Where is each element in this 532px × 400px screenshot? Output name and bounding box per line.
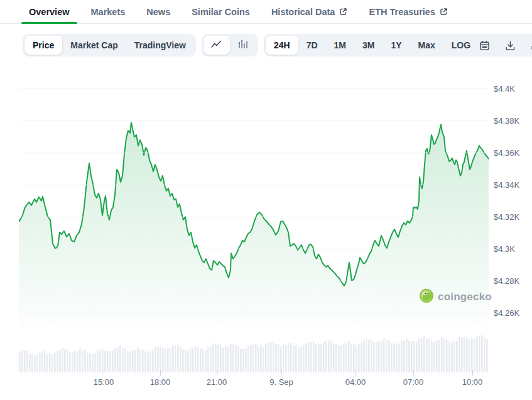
volume-bar bbox=[335, 344, 337, 372]
line-chart-type-button[interactable] bbox=[204, 36, 230, 55]
range-24h-button[interactable]: 24H bbox=[266, 36, 298, 55]
range-1m-button[interactable]: 1M bbox=[326, 36, 354, 55]
volume-bar bbox=[109, 351, 111, 372]
volume-bar bbox=[112, 350, 114, 372]
volume-bar bbox=[378, 342, 380, 372]
log-scale-button[interactable]: LOG bbox=[443, 36, 479, 55]
calendar-icon[interactable] bbox=[479, 40, 491, 51]
volume-bar bbox=[31, 354, 33, 372]
metric-tradingview-button[interactable]: TradingView bbox=[126, 36, 194, 55]
volume-bar bbox=[338, 346, 340, 372]
range-1y-button[interactable]: 1Y bbox=[383, 36, 410, 55]
volume-bar bbox=[190, 348, 192, 372]
tab-overview[interactable]: Overview bbox=[29, 0, 70, 23]
price-line-chart-canvas[interactable] bbox=[19, 75, 489, 327]
tab-label: Historical Data bbox=[271, 7, 335, 17]
volume-bar bbox=[227, 347, 229, 372]
external-link-icon bbox=[339, 8, 347, 16]
bar-chart-icon bbox=[237, 39, 249, 51]
volume-bar bbox=[155, 347, 156, 372]
volume-bar bbox=[157, 347, 159, 372]
volume-bar bbox=[182, 349, 184, 372]
volume-bar bbox=[285, 345, 287, 373]
volume-bar bbox=[308, 342, 310, 372]
volume-bar bbox=[371, 340, 372, 373]
range-max-button[interactable]: Max bbox=[410, 36, 443, 55]
volume-bar bbox=[474, 339, 475, 372]
chart-toolbar: Price Market Cap TradingView bbox=[23, 34, 531, 57]
volume-bar bbox=[340, 345, 342, 372]
y-axis-label: $4.28K bbox=[494, 276, 519, 286]
volume-bar bbox=[456, 341, 458, 372]
volume-bar bbox=[139, 349, 141, 372]
volume-bar bbox=[476, 335, 478, 372]
price-chart: coingecko $4.4K$4.38K$4.36K$4.34K$4.32K$… bbox=[0, 0, 532, 400]
x-axis-label: 15:00 bbox=[84, 377, 124, 387]
volume-bar bbox=[303, 346, 305, 372]
volume-bar bbox=[205, 350, 207, 373]
volume-bar bbox=[391, 343, 393, 372]
volume-bar bbox=[117, 348, 119, 372]
volume-bar bbox=[356, 345, 357, 373]
download-icon[interactable] bbox=[504, 40, 516, 51]
volume-bar bbox=[348, 341, 350, 372]
range-3m-button[interactable]: 3M bbox=[354, 36, 383, 55]
volume-bar bbox=[165, 349, 166, 372]
volume-bar bbox=[202, 349, 204, 372]
volume-bar bbox=[232, 344, 234, 372]
volume-bar bbox=[423, 336, 425, 372]
volume-bar bbox=[137, 347, 139, 372]
x-axis-tick bbox=[356, 370, 356, 376]
volume-bar bbox=[215, 343, 217, 372]
volume-bar bbox=[486, 339, 488, 372]
volume-bar bbox=[54, 354, 56, 373]
x-axis-label: 10:00 bbox=[452, 377, 492, 387]
volume-bar bbox=[325, 340, 327, 372]
tab-similar-coins[interactable]: Similar Coins bbox=[192, 0, 250, 23]
volume-bar bbox=[180, 347, 182, 372]
volume-bar bbox=[119, 345, 121, 372]
coin-tabbar: Overview Markets News Similar Coins Hist… bbox=[0, 0, 532, 24]
tab-historical-data[interactable]: Historical Data bbox=[271, 0, 348, 23]
volume-bar bbox=[464, 337, 465, 372]
x-axis-label: 07:00 bbox=[393, 377, 433, 387]
volume-bar bbox=[132, 350, 134, 372]
tab-markets[interactable]: Markets bbox=[91, 0, 126, 23]
bar-chart-type-button[interactable] bbox=[230, 36, 256, 55]
volume-bar bbox=[252, 345, 254, 373]
volume-bar bbox=[177, 345, 179, 372]
volume-bar bbox=[74, 351, 76, 372]
metric-price-button[interactable]: Price bbox=[24, 36, 62, 55]
volume-bar bbox=[92, 354, 94, 372]
x-axis-tick bbox=[413, 370, 414, 376]
volume-bar bbox=[69, 352, 71, 372]
volume-bar bbox=[79, 349, 81, 372]
tab-news[interactable]: News bbox=[146, 0, 170, 23]
volume-bar bbox=[298, 348, 300, 372]
volume-bar bbox=[230, 344, 232, 372]
volume-bar bbox=[235, 345, 237, 372]
volume-bar bbox=[300, 347, 302, 373]
volume-bar bbox=[212, 343, 214, 372]
volume-bar bbox=[288, 343, 290, 372]
volume-bar bbox=[396, 344, 398, 373]
volume-bar bbox=[57, 351, 58, 372]
volume-bar bbox=[220, 345, 222, 372]
coingecko-coin-page: Overview Markets News Similar Coins Hist… bbox=[0, 0, 532, 400]
volume-bar bbox=[72, 352, 73, 373]
volume-bar bbox=[358, 344, 360, 372]
volume-bar bbox=[318, 343, 320, 372]
volume-bar bbox=[290, 343, 292, 372]
volume-bar bbox=[431, 340, 433, 372]
volume-bar bbox=[363, 341, 365, 372]
y-axis-label: $4.4K bbox=[494, 84, 515, 94]
range-7d-button[interactable]: 7D bbox=[298, 36, 326, 55]
volume-bar bbox=[160, 346, 161, 372]
tab-eth-treasuries[interactable]: ETH Treasuries bbox=[369, 0, 448, 23]
metric-market-cap-button[interactable]: Market Cap bbox=[62, 36, 126, 55]
volume-bar bbox=[237, 346, 239, 372]
y-axis-label: $4.36K bbox=[494, 148, 519, 158]
x-axis-tick bbox=[281, 370, 282, 376]
volume-bar bbox=[84, 350, 86, 372]
x-axis-tick bbox=[160, 370, 161, 376]
